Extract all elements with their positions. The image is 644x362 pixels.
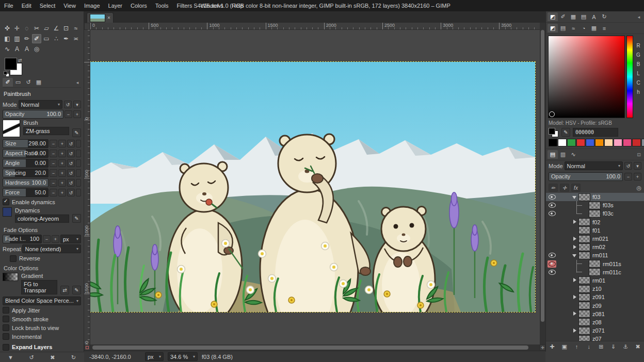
fonts-tab[interactable]: A <box>589 12 599 21</box>
canvas-viewport[interactable] <box>90 30 540 344</box>
layer-expander[interactable] <box>572 253 577 258</box>
ink-tool[interactable]: ✒ <box>61 34 71 43</box>
gradient-reverse-icon[interactable]: ⇄ <box>60 286 69 294</box>
menu-item[interactable]: Tools <box>151 0 173 11</box>
dock-menu-icon[interactable]: ◂ <box>74 79 81 86</box>
layer-expander[interactable] <box>572 236 577 242</box>
hue-strip[interactable] <box>626 36 633 118</box>
layer-expander[interactable] <box>572 277 577 283</box>
dynamics-picker[interactable]: Dynamics coloring-Aryeom ✎ <box>3 207 81 223</box>
zoom-combo[interactable]: 34.6 % <box>168 352 198 361</box>
raise-layer-button[interactable]: ↑ <box>572 342 581 351</box>
unified-transform-tool[interactable]: ⊡ <box>61 24 71 33</box>
scales-selector-tab[interactable]: ≡ <box>599 24 609 32</box>
scissors-select-tool[interactable]: ✂ <box>32 24 41 33</box>
slider-reset-icon[interactable]: ↺ <box>67 189 75 196</box>
layer-visibility-toggle[interactable] <box>548 277 556 284</box>
alignment-tool[interactable]: ✜ <box>3 24 12 33</box>
foreground-color-swatch[interactable] <box>5 58 17 70</box>
palette-swatch[interactable] <box>586 139 594 146</box>
slider-increment[interactable]: + <box>58 140 66 147</box>
watercolor-selector-tab[interactable]: ≈ <box>568 24 578 32</box>
mini-fg-bg-widget[interactable] <box>549 128 559 137</box>
horizontal-scrollbar[interactable] <box>90 344 540 351</box>
tool-slider[interactable]: Hardness 100.0 <box>3 178 49 187</box>
unit-combo[interactable]: px <box>145 352 164 361</box>
palette-swatch[interactable] <box>576 139 585 146</box>
slider-increment[interactable]: + <box>58 159 66 167</box>
channel-label[interactable]: L <box>635 71 642 76</box>
saturation-value-square[interactable] <box>548 36 625 118</box>
slider-reset-icon[interactable]: ↺ <box>67 169 75 177</box>
quick-mask-button[interactable] <box>84 344 90 351</box>
dock-menu-icon[interactable]: ◂ <box>635 13 642 21</box>
reverse-checkbox[interactable]: Reverse <box>10 254 81 262</box>
gradients-tab[interactable]: ▤ <box>578 12 589 21</box>
slider-increment[interactable]: + <box>58 179 66 187</box>
free-select-tool[interactable]: ◌ <box>22 24 31 33</box>
patterns-tab[interactable]: ▦ <box>568 12 578 21</box>
lock-position[interactable]: ✛ <box>560 184 569 192</box>
vertical-ruler[interactable]: 0500100015002000 <box>84 30 90 344</box>
zoom-tool[interactable]: ◎ <box>32 44 41 54</box>
anchor-button[interactable]: ⚓ <box>621 342 630 351</box>
layer-visibility-toggle[interactable] <box>548 310 556 318</box>
layer-visibility-toggle[interactable] <box>548 285 556 292</box>
tool-option-checkbox[interactable]: Lock brush to view <box>3 324 81 332</box>
slider-reset-icon[interactable]: ↺ <box>67 179 75 187</box>
layer-row[interactable]: z091 <box>546 293 644 301</box>
slider-reset-icon[interactable]: ↺ <box>67 140 75 147</box>
opacity-increment[interactable]: + <box>73 110 81 118</box>
layer-effects[interactable]: fx <box>571 184 581 192</box>
channel-label[interactable]: R <box>635 43 642 48</box>
layer-row[interactable]: z10 <box>546 285 644 293</box>
layer-row[interactable]: z08 <box>546 318 644 326</box>
layer-visibility-toggle[interactable] <box>548 327 556 334</box>
slider-decrement[interactable]: − <box>50 179 57 187</box>
navigation-button[interactable]: ✛ <box>540 344 545 351</box>
layer-row[interactable]: z07 <box>546 335 644 341</box>
new-group-button[interactable]: ▣ <box>560 342 569 351</box>
layer-visibility-toggle[interactable] <box>548 260 556 268</box>
smudge-tool[interactable]: ∿ <box>3 44 12 54</box>
tool-slider[interactable]: Force 50.0 <box>3 188 49 197</box>
slider-decrement[interactable]: − <box>50 140 57 147</box>
airbrush-tool[interactable]: ∴ <box>52 34 61 43</box>
duplicate-layer-button[interactable]: ⊞ <box>597 342 606 351</box>
slider-decrement[interactable]: − <box>50 150 57 157</box>
layer-visibility-toggle[interactable] <box>548 319 556 326</box>
menu-item[interactable]: Layer <box>104 0 127 11</box>
tool-slider[interactable]: Size 298.00 <box>3 139 49 148</box>
slider-link-icon[interactable] <box>76 189 81 196</box>
channels-tab[interactable]: ▥ <box>558 150 568 159</box>
repeat-combo[interactable]: None (extend) <box>22 244 81 253</box>
menu-item[interactable]: Edit <box>18 0 36 11</box>
blend-space-combo[interactable]: Blend Color Space Perce... <box>3 297 81 305</box>
menu-item[interactable]: Colors <box>126 0 151 11</box>
slider-link-icon[interactable] <box>76 169 81 177</box>
delete-tool-preset-button[interactable]: ✖ <box>48 353 57 361</box>
slider-reset-icon[interactable]: ↺ <box>67 159 75 167</box>
menu-item[interactable]: File <box>0 0 18 11</box>
layer-row[interactable]: f03c <box>546 209 644 218</box>
channel-label[interactable]: B <box>635 61 642 67</box>
undo-history-tab[interactable]: ↺ <box>23 78 34 87</box>
layer-row[interactable]: f03s <box>546 201 644 209</box>
dynamics-edit-icon[interactable]: ✎ <box>72 214 81 223</box>
paintbrush-tool[interactable]: ✐ <box>32 34 41 43</box>
slider-increment[interactable]: + <box>58 150 66 157</box>
layer-visibility-toggle[interactable] <box>548 335 556 341</box>
dock-menu-icon[interactable]: ⊡ <box>635 151 642 158</box>
paths-tab[interactable]: ∿ <box>568 150 578 159</box>
mode-combo[interactable]: Normal <box>19 100 62 109</box>
warp-transform-tool[interactable]: ≈ <box>71 24 81 33</box>
layer-visibility-toggle[interactable] <box>548 302 556 309</box>
tool-option-checkbox[interactable]: Apply Jitter <box>3 306 81 315</box>
layer-visibility-toggle[interactable] <box>548 227 556 234</box>
opacity-slider[interactable]: Opacity 100.0 <box>3 110 63 119</box>
slider-decrement[interactable]: − <box>50 159 57 167</box>
slider-increment[interactable]: + <box>58 169 66 177</box>
layer-row[interactable]: z09 <box>546 301 644 309</box>
device-status-tab[interactable]: ▭ <box>13 78 23 87</box>
layer-visibility-toggle[interactable] <box>548 235 556 242</box>
